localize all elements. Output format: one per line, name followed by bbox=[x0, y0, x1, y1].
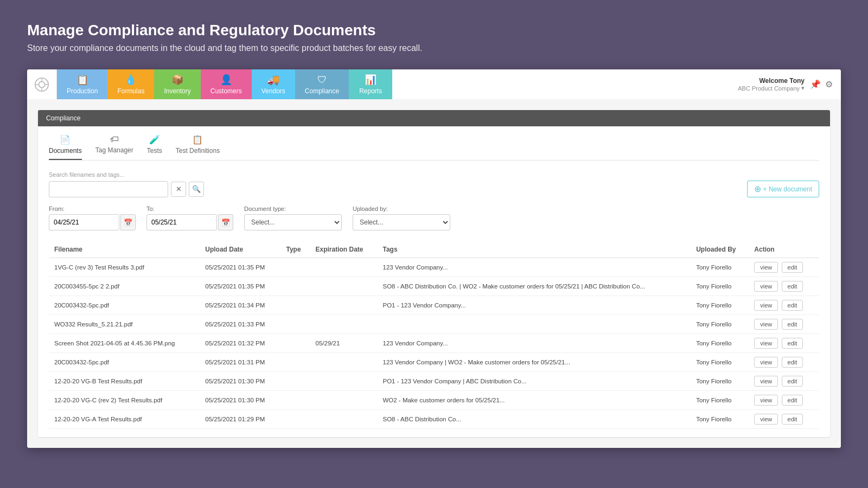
edit-button[interactable]: edit bbox=[782, 414, 803, 425]
cell-tags bbox=[377, 315, 691, 334]
cell-expiration bbox=[310, 315, 378, 334]
tab-test-definitions[interactable]: 📋 Test Definitions bbox=[176, 134, 220, 160]
hero-section: Manage Compliance and Regulatory Documen… bbox=[0, 0, 868, 69]
col-expiration: Expiration Date bbox=[310, 241, 378, 258]
edit-button[interactable]: edit bbox=[782, 319, 803, 330]
filter-doc-type-label: Document type: bbox=[244, 206, 342, 212]
from-calendar-button[interactable]: 📅 bbox=[120, 214, 136, 230]
compliance-body: 📄 Documents 🏷 Tag Manager 🧪 Tests 📋 Test… bbox=[38, 126, 830, 437]
edit-button[interactable]: edit bbox=[782, 376, 803, 387]
to-calendar-button[interactable]: 📅 bbox=[218, 214, 233, 230]
documents-table: Filename Upload Date Type Expiration Dat… bbox=[49, 241, 819, 429]
tests-tab-icon: 🧪 bbox=[149, 134, 160, 145]
cell-type bbox=[280, 410, 310, 429]
cell-tags: 123 Vendor Company... bbox=[377, 258, 691, 277]
company-name[interactable]: ABC Product Company ▾ bbox=[738, 85, 805, 92]
cell-actions: view edit bbox=[749, 391, 819, 410]
cell-filename: 12-20-20 VG-B Test Results.pdf bbox=[49, 372, 200, 391]
search-input[interactable] bbox=[49, 181, 168, 197]
cell-filename: 20C003432-5pc.pdf bbox=[49, 296, 200, 315]
tab-tests[interactable]: 🧪 Tests bbox=[147, 134, 162, 160]
cell-actions: view edit bbox=[749, 258, 819, 277]
view-button[interactable]: view bbox=[754, 414, 778, 425]
cell-tags: PO1 - 123 Vendor Company... bbox=[377, 296, 691, 315]
view-button[interactable]: view bbox=[754, 395, 778, 406]
filter-doc-type-select[interactable]: Select... bbox=[244, 214, 342, 230]
nav-label-formulas: Formulas bbox=[117, 87, 144, 95]
cell-filename: Screen Shot 2021-04-05 at 4.45.36 PM.png bbox=[49, 334, 200, 353]
cell-filename: 20C003455-5pc 2 2.pdf bbox=[49, 277, 200, 296]
cell-expiration bbox=[310, 353, 378, 372]
cell-type bbox=[280, 391, 310, 410]
table-row: 12-20-20 VG-B Test Results.pdf 05/25/202… bbox=[49, 372, 819, 391]
search-label: Search filenames and tags... bbox=[49, 171, 819, 178]
table-row: 12-20-20 VG-A Test Results.pdf 05/25/202… bbox=[49, 410, 819, 429]
cell-type bbox=[280, 277, 310, 296]
edit-button[interactable]: edit bbox=[782, 300, 803, 311]
view-button[interactable]: view bbox=[754, 262, 778, 273]
table-row: WO332 Results_5.21.21.pdf 05/25/2021 01:… bbox=[49, 315, 819, 334]
cell-upload-date: 05/25/2021 01:29 PM bbox=[200, 410, 280, 429]
cell-actions: view edit bbox=[749, 353, 819, 372]
edit-button[interactable]: edit bbox=[782, 395, 803, 406]
cell-actions: view edit bbox=[749, 296, 819, 315]
svg-point-1 bbox=[39, 81, 44, 87]
view-button[interactable]: view bbox=[754, 338, 778, 349]
cell-expiration: 05/29/21 bbox=[310, 334, 378, 353]
tab-documents[interactable]: 📄 Documents bbox=[49, 134, 82, 160]
filter-to: To: 📅 bbox=[146, 206, 233, 230]
edit-button[interactable]: edit bbox=[782, 338, 803, 349]
cell-filename: 20C003432-5pc.pdf bbox=[49, 353, 200, 372]
hero-subtitle: Store your compliance documents in the c… bbox=[27, 43, 841, 53]
cell-uploaded-by: Tony Fiorello bbox=[691, 296, 749, 315]
test-definitions-tab-icon: 📋 bbox=[192, 134, 203, 145]
nav-item-vendors[interactable]: 🚚 Vendors bbox=[252, 69, 295, 99]
cell-uploaded-by: Tony Fiorello bbox=[691, 258, 749, 277]
search-button[interactable]: 🔍 bbox=[189, 182, 204, 197]
tag-manager-tab-icon: 🏷 bbox=[110, 134, 119, 144]
filter-from-input[interactable] bbox=[49, 214, 119, 230]
filter-uploaded-by: Uploaded by: Select... bbox=[353, 206, 450, 230]
nav-item-reports[interactable]: 📊 Reports bbox=[349, 69, 392, 99]
filter-uploaded-by-select[interactable]: Select... bbox=[353, 214, 450, 230]
tab-tag-manager[interactable]: 🏷 Tag Manager bbox=[95, 134, 133, 160]
filter-from-label: From: bbox=[49, 206, 136, 212]
tab-documents-label: Documents bbox=[49, 147, 82, 155]
cell-type bbox=[280, 315, 310, 334]
edit-button[interactable]: edit bbox=[782, 357, 803, 368]
filter-to-input-row: 📅 bbox=[146, 214, 233, 230]
cell-tags: PO1 - 123 Vendor Company | ABC Distribut… bbox=[377, 372, 691, 391]
cell-expiration bbox=[310, 372, 378, 391]
col-upload-date: Upload Date bbox=[200, 241, 280, 258]
view-button[interactable]: view bbox=[754, 376, 778, 387]
filter-to-input[interactable] bbox=[146, 214, 217, 230]
nav-item-customers[interactable]: 👤 Customers bbox=[201, 69, 252, 99]
clear-search-button[interactable]: ✕ bbox=[171, 182, 186, 197]
nav-item-compliance[interactable]: 🛡 Compliance bbox=[295, 69, 349, 99]
cell-upload-date: 05/25/2021 01:31 PM bbox=[200, 353, 280, 372]
welcome-text: Welcome Tony bbox=[738, 77, 805, 85]
nav-item-production[interactable]: 📋 Production bbox=[57, 69, 107, 99]
view-button[interactable]: view bbox=[754, 357, 778, 368]
pin-icon[interactable]: 📌 bbox=[810, 79, 821, 89]
nav-item-formulas[interactable]: 💧 Formulas bbox=[107, 69, 154, 99]
search-row: ✕ 🔍 ⊕ + New document bbox=[49, 181, 819, 197]
compliance-icon: 🛡 bbox=[317, 74, 327, 86]
edit-button[interactable]: edit bbox=[782, 262, 803, 273]
nav-item-inventory[interactable]: 📦 Inventory bbox=[154, 69, 200, 99]
reports-icon: 📊 bbox=[365, 74, 376, 86]
new-document-button[interactable]: ⊕ + New document bbox=[747, 181, 819, 197]
cell-upload-date: 05/25/2021 01:32 PM bbox=[200, 334, 280, 353]
edit-button[interactable]: edit bbox=[782, 281, 803, 292]
app-window: 📋 Production 💧 Formulas 📦 Inventory 👤 Cu… bbox=[27, 69, 841, 448]
cell-tags: SO8 - ABC Distribution Co... bbox=[377, 410, 691, 429]
view-button[interactable]: view bbox=[754, 319, 778, 330]
compliance-header-label: Compliance bbox=[46, 114, 80, 122]
cell-expiration bbox=[310, 277, 378, 296]
filter-uploaded-by-label: Uploaded by: bbox=[353, 206, 450, 212]
view-button[interactable]: view bbox=[754, 281, 778, 292]
content-area: Compliance 📄 Documents 🏷 Tag Manager 🧪 bbox=[27, 99, 841, 448]
tab-test-definitions-label: Test Definitions bbox=[176, 147, 220, 155]
view-button[interactable]: view bbox=[754, 300, 778, 311]
settings-icon[interactable]: ⚙ bbox=[825, 79, 833, 89]
